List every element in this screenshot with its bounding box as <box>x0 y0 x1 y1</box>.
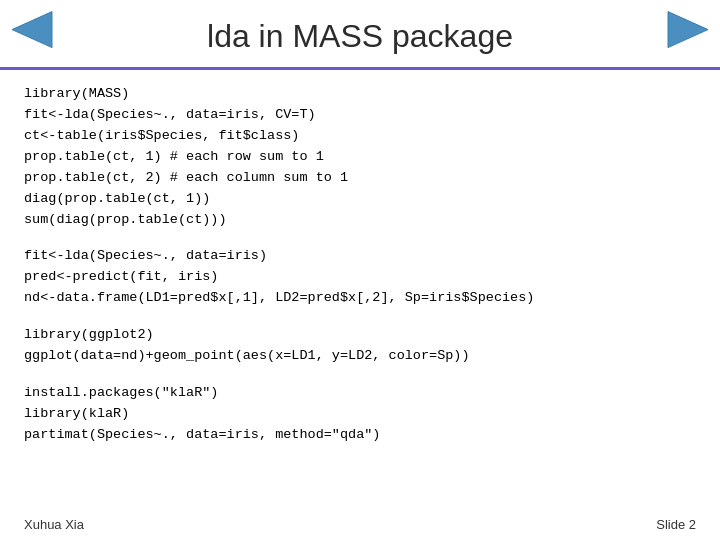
prev-slide-button[interactable] <box>8 7 56 51</box>
svg-marker-1 <box>668 11 708 47</box>
svg-marker-0 <box>12 11 52 47</box>
author-name: Xuhua Xia <box>24 517 84 532</box>
slide-header: lda in MASS package <box>0 0 720 70</box>
slide-content: library(MASS) fit<-lda(Species~., data=i… <box>0 70 720 476</box>
next-slide-button[interactable] <box>664 7 712 51</box>
slide-number: Slide 2 <box>656 517 696 532</box>
slide-footer: Xuhua Xia Slide 2 <box>0 517 720 532</box>
code-section-3: library(ggplot2) ggplot(data=nd)+geom_po… <box>24 325 696 367</box>
code-section-2: fit<-lda(Species~., data=iris) pred<-pre… <box>24 246 696 309</box>
code-block-4: install.packages("klaR") library(klaR) p… <box>24 383 696 446</box>
code-block-1: library(MASS) fit<-lda(Species~., data=i… <box>24 84 696 230</box>
code-block-2: fit<-lda(Species~., data=iris) pred<-pre… <box>24 246 696 309</box>
code-block-3: library(ggplot2) ggplot(data=nd)+geom_po… <box>24 325 696 367</box>
code-section-4: install.packages("klaR") library(klaR) p… <box>24 383 696 446</box>
slide-title: lda in MASS package <box>70 18 650 55</box>
code-section-1: library(MASS) fit<-lda(Species~., data=i… <box>24 84 696 230</box>
